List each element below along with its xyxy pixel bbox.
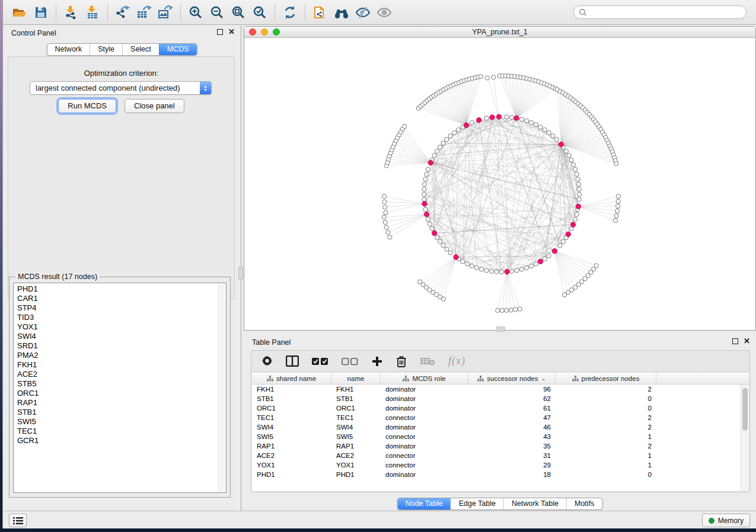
cell-predecessor-nodes: 1: [556, 462, 656, 469]
optimization-criterion-select[interactable]: largest connected component (undirected)…: [30, 81, 212, 95]
mcds-result-item[interactable]: FKH1: [14, 360, 226, 370]
mcds-result-item[interactable]: STP4: [14, 303, 226, 313]
cell-shared-name: FKH1: [252, 386, 331, 393]
run-mcds-button[interactable]: Run MCDS: [58, 99, 116, 113]
mcds-result-item[interactable]: STB5: [14, 379, 226, 389]
show-columns-icon[interactable]: [286, 354, 299, 368]
mcds-result-item[interactable]: STB1: [14, 408, 226, 417]
export-table-icon[interactable]: [133, 3, 155, 22]
mcds-result-item[interactable]: TID3: [14, 313, 226, 322]
table-scrollbar-thumb[interactable]: [742, 388, 748, 431]
share-network-file-icon[interactable]: [310, 3, 331, 22]
mcds-result-item[interactable]: SRD1: [14, 341, 226, 351]
import-table-icon[interactable]: [82, 3, 103, 22]
column-header-mcds-role[interactable]: MCDS role: [381, 373, 468, 384]
table-row[interactable]: ORC1ORC1dominator610: [252, 403, 749, 413]
task-history-button[interactable]: [9, 514, 27, 527]
zoom-in-icon[interactable]: [185, 3, 206, 22]
mcds-result-item[interactable]: SWI4: [14, 332, 226, 341]
mcds-result-items: PHD1CAR1STP4TID3YOX1SWI4SRD1PMA2FKH1ACE2…: [14, 283, 226, 446]
cell-shared-name: YOX1: [252, 462, 331, 469]
cell-name: FKH1: [331, 386, 381, 393]
table-row[interactable]: FKH1FKH1dominator962: [252, 384, 749, 394]
mcds-result-item[interactable]: TEC1: [14, 427, 226, 436]
sort-indicator-icon: ⌄: [541, 376, 546, 381]
cell-mcds-role: connector: [381, 462, 468, 469]
cell-mcds-role: dominator: [381, 386, 468, 393]
table-row[interactable]: SWI4SWI4dominator462: [252, 422, 749, 432]
cell-shared-name: TEC1: [252, 414, 331, 421]
open-session-icon[interactable]: [9, 3, 30, 22]
table-row[interactable]: STB1STB1dominator620: [252, 394, 749, 403]
cell-name: RAP1: [331, 443, 381, 450]
search-box[interactable]: [573, 5, 747, 19]
tab-style[interactable]: Style: [90, 44, 122, 55]
float-table-panel-icon[interactable]: [732, 338, 738, 344]
float-panel-icon[interactable]: [217, 29, 223, 35]
cell-successor-nodes: 35: [468, 443, 556, 450]
search-binoculars-icon[interactable]: [331, 3, 352, 22]
select-all-checkboxes-icon[interactable]: [312, 354, 328, 368]
table-row[interactable]: PHD1PHD1dominator180: [252, 470, 749, 479]
column-header-shared-name[interactable]: shared name: [252, 373, 331, 384]
list-icon: [13, 517, 23, 525]
mcds-result-item[interactable]: PHD1: [14, 283, 226, 294]
mcds-result-item[interactable]: CAR1: [14, 294, 226, 303]
column-label: MCDS role: [412, 375, 445, 382]
network-graph[interactable]: [244, 39, 756, 331]
tab-node-table[interactable]: Node Table: [398, 498, 451, 509]
zoom-selected-icon[interactable]: [249, 3, 270, 22]
tab-network[interactable]: Network: [47, 44, 90, 55]
table-row[interactable]: RAP1RAP1dominator352: [252, 441, 749, 451]
cell-mcds-role: dominator: [381, 395, 468, 402]
horizontal-splitter-handle[interactable]: [496, 326, 505, 332]
mcds-result-item[interactable]: GCR1: [14, 436, 226, 446]
export-image-icon[interactable]: [155, 3, 176, 22]
cell-mcds-role: dominator: [381, 424, 468, 431]
mcds-result-item[interactable]: RAP1: [14, 398, 226, 408]
tab-mcds[interactable]: MCDS: [159, 44, 197, 55]
save-session-icon[interactable]: [30, 3, 52, 22]
hide-graphics-details-icon[interactable]: [352, 3, 374, 22]
tab-network-table[interactable]: Network Table: [503, 498, 566, 509]
delete-column-icon[interactable]: [396, 354, 407, 368]
close-panel-button[interactable]: Close panel: [125, 99, 184, 113]
cell-mcds-role: dominator: [381, 405, 468, 412]
import-network-icon[interactable]: [60, 3, 82, 22]
mcds-result-item[interactable]: YOX1: [14, 322, 226, 332]
close-panel-icon[interactable]: ✕: [228, 29, 235, 35]
column-header-name[interactable]: name: [331, 373, 381, 384]
mcds-result-title: MCDS result (17 nodes): [15, 273, 100, 281]
table-row[interactable]: YOX1YOX1connector291: [252, 460, 749, 470]
mcds-result-list[interactable]: PHD1CAR1STP4TID3YOX1SWI4SRD1PMA2FKH1ACE2…: [13, 283, 227, 493]
vertical-splitter-handle[interactable]: [238, 267, 243, 280]
tab-motifs[interactable]: Motifs: [566, 498, 602, 509]
zoom-fit-icon[interactable]: [228, 3, 249, 22]
mcds-result-item[interactable]: ACE2: [14, 370, 226, 379]
add-column-icon[interactable]: [371, 354, 383, 368]
export-network-icon[interactable]: [112, 3, 133, 22]
tab-select[interactable]: Select: [122, 44, 159, 55]
table-scrollbar[interactable]: [741, 384, 749, 491]
table-row[interactable]: TEC1TEC1connector472: [252, 413, 749, 422]
table-row[interactable]: SWI5SWI5connector431: [252, 432, 749, 441]
table-row[interactable]: ACE2ACE2connector311: [252, 451, 749, 460]
mcds-result-item[interactable]: PMA2: [14, 351, 226, 360]
table-toolbar: f(x): [252, 351, 749, 372]
zoom-out-icon[interactable]: [206, 3, 228, 22]
mcds-list-scrollbar[interactable]: [218, 284, 225, 492]
mcds-tab-content: Optimization criterion: largest connecte…: [8, 56, 235, 299]
column-header-successor-nodes[interactable]: successor nodes⌄: [468, 373, 556, 384]
table-settings-gear-icon[interactable]: [261, 354, 273, 368]
mcds-result-item[interactable]: SWI5: [14, 417, 226, 427]
cell-successor-nodes: 46: [468, 424, 556, 431]
close-table-panel-icon[interactable]: ✕: [744, 338, 750, 344]
mcds-result-item[interactable]: ORC1: [14, 389, 226, 398]
tab-edge-table[interactable]: Edge Table: [451, 498, 503, 509]
deselect-all-checkboxes-icon[interactable]: [342, 354, 358, 368]
column-header-predecessor-nodes[interactable]: predecessor nodes: [556, 373, 656, 384]
control-panel: Control Panel ✕ NetworkStyleSelectMCDS O…: [3, 25, 241, 511]
memory-button[interactable]: Memory: [702, 514, 750, 527]
refresh-view-icon[interactable]: [279, 3, 301, 22]
search-input[interactable]: [590, 8, 741, 17]
